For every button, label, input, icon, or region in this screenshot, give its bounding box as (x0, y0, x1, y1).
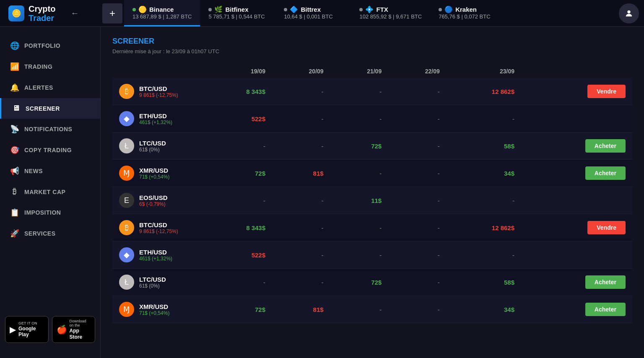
add-exchange-button[interactable]: + (102, 3, 122, 23)
value-cell-1: - (272, 241, 330, 269)
buy-button[interactable]: Acheter (585, 275, 626, 289)
sidebar-item-market-cap[interactable]: ₿ MARKET CAP (0, 182, 100, 202)
value-cell-4: 34$ (447, 160, 521, 187)
table-row: ₿ BTC/USD 9 861$ (-12,75%) 8 343$---12 8… (112, 214, 632, 241)
exchange-tab-header: 🌿 Bitfinex (208, 5, 267, 13)
sidebar-item-alertes[interactable]: 🔔 ALERTES (0, 77, 100, 98)
exchange-tab-kraken[interactable]: 🔵 Kraken 765,76 $ | 0,072 BTC (430, 0, 506, 26)
exchange-tab-ftx[interactable]: 💠 FTX 102 855,92 $ | 9,671 BTC (351, 0, 430, 26)
value-cell-4: - (447, 187, 521, 214)
exchange-tab-separator: | (393, 13, 396, 20)
google-play-text: GET IT ON Google Play (18, 321, 44, 338)
value-cell-2: - (330, 78, 389, 105)
value-cell-1: - (272, 132, 330, 160)
app-store-name: App Store (70, 328, 91, 340)
sidebar-item-copy-trading[interactable]: 🎯 COPY TRADING (0, 140, 100, 161)
sidebar-bottom: ▶ GET IT ON Google Play 🍎 Download on th… (0, 309, 100, 350)
logo-text: Crypto Trader (29, 4, 55, 23)
action-cell-4 (521, 187, 632, 214)
table-row: E EOS/USD 6$ (-0,79%) --11$-- (112, 187, 632, 214)
sell-button[interactable]: Vendre (587, 221, 626, 234)
google-play-button[interactable]: ▶ GET IT ON Google Play (5, 316, 49, 343)
sidebar: 🌐 PORTFOLIO 📶 TRADING 🔔 ALERTES 🖥 SCREEN… (0, 27, 101, 358)
asset-price-change: 71$ (+0,54%) (139, 310, 169, 316)
sidebar-item-services[interactable]: 🚀 SERVICES (0, 223, 100, 244)
app-store-button[interactable]: 🍎 Download on the App Store (52, 316, 96, 343)
sidebar-icon-market-cap: ₿ (10, 187, 19, 196)
asset-cell-2: Ł LTC/USD 61$ (0%) (112, 132, 205, 160)
profile-button[interactable] (619, 3, 639, 23)
back-button[interactable]: ← (66, 8, 83, 18)
asset-info: LTC/USD 61$ (0%) (139, 140, 166, 153)
sidebar-label-trading: TRADING (24, 63, 52, 70)
action-cell-7: Acheter (521, 269, 632, 296)
value-cell-3: - (388, 269, 447, 296)
action-cell-8: Acheter (521, 296, 632, 323)
exchange-tab-binance[interactable]: 🟡 Binance 13 687,89 $ | 1,287 BTC (124, 0, 200, 26)
asset-info: ETH/USD 461$ (+1,32%) (139, 249, 172, 262)
action-cell-6 (521, 241, 632, 269)
logo-crypto: Crypto (29, 4, 55, 13)
buy-button[interactable]: Acheter (585, 139, 626, 153)
asset-price-change: 9 861$ (-12,75%) (139, 92, 178, 98)
sidebar-item-imposition[interactable]: 📋 IMPOSITION (0, 202, 100, 223)
exchange-tab-icon: 🟡 (138, 5, 147, 13)
value-cell-0: - (205, 187, 272, 214)
sidebar-icon-screener: 🖥 (11, 104, 21, 113)
value-cell-0: 8 343$ (205, 78, 272, 105)
google-play-name: Google Play (18, 326, 44, 338)
exchange-tab-values: 5 785,71 $ | 0,544 BTC (208, 13, 267, 20)
asset-pair: XMR/USD (139, 303, 169, 310)
asset-cell-4: E EOS/USD 6$ (-0,79%) (112, 187, 205, 214)
sell-button[interactable]: Vendre (587, 85, 626, 98)
sidebar-label-imposition: IMPOSITION (24, 209, 61, 216)
sidebar-item-notifications[interactable]: 📡 NOTIFICATIONS (0, 119, 100, 140)
value-cell-3: - (388, 160, 447, 187)
coin-icon-xmr: Ɱ (119, 302, 134, 317)
exchange-tab-icon: 🌿 (214, 5, 223, 13)
exchange-tabs: 🟡 Binance 13 687,89 $ | 1,287 BTC 🌿 Bitf… (124, 0, 614, 26)
exchange-tab-value2: 9,671 BTC (396, 13, 422, 20)
action-cell-3: Acheter (521, 160, 632, 187)
logo-trader: Trader (29, 13, 55, 23)
exchange-status-dot (208, 8, 212, 11)
exchange-tab-values: 102 855,92 $ | 9,671 BTC (359, 13, 422, 20)
coin-icon-btc: ₿ (119, 220, 134, 235)
value-cell-2: 72$ (330, 132, 389, 160)
asset-cell-inner: E EOS/USD 6$ (-0,79%) (119, 193, 198, 208)
value-cell-1: - (272, 269, 330, 296)
sidebar-icon-alertes: 🔔 (10, 83, 19, 92)
value-cell-3: - (388, 187, 447, 214)
exchange-tab-bittrex[interactable]: 🔷 Bittrex 10,64 $ | 0,001 BTC (275, 0, 351, 26)
exchange-tab-bitfinex[interactable]: 🌿 Bitfinex 5 785,71 $ | 0,544 BTC (200, 0, 275, 26)
value-cell-4: - (447, 241, 521, 269)
value-cell-0: 72$ (205, 296, 272, 323)
value-cell-1: - (272, 78, 330, 105)
screener-table: 19/09 20/09 21/09 22/09 23/09 ₿ BTC/USD … (112, 65, 632, 323)
value-cell-0: 522$ (205, 241, 272, 269)
value-cell-2: - (330, 296, 389, 323)
asset-price-change: 9 861$ (-12,75%) (139, 228, 178, 234)
exchange-tab-values: 13 687,89 $ | 1,287 BTC (132, 13, 192, 20)
buy-button[interactable]: Acheter (585, 303, 626, 316)
asset-info: LTC/USD 61$ (0%) (139, 276, 166, 289)
sidebar-icon-copy-trading: 🎯 (10, 145, 19, 155)
action-cell-2: Acheter (521, 132, 632, 160)
logo-icon: 🪙 (8, 5, 24, 21)
sidebar-item-portfolio[interactable]: 🌐 PORTFOLIO (0, 35, 100, 56)
sidebar-item-screener[interactable]: 🖥 SCREENER (0, 98, 100, 119)
sidebar-item-news[interactable]: 📢 NEWS (0, 161, 100, 182)
value-cell-1: - (272, 105, 330, 132)
sidebar-label-news: NEWS (24, 168, 43, 174)
sidebar-item-trading[interactable]: 📶 TRADING (0, 56, 100, 77)
sidebar-label-services: SERVICES (24, 230, 56, 237)
asset-cell-inner: Ɱ XMR/USD 71$ (+0,54%) (119, 302, 198, 317)
value-cell-4: 34$ (447, 296, 521, 323)
coin-icon-ltc: Ł (119, 138, 134, 153)
asset-pair: ETH/USD (139, 112, 172, 119)
col-action (521, 65, 632, 78)
buy-button[interactable]: Acheter (585, 166, 626, 180)
sidebar-label-notifications: NOTIFICATIONS (24, 126, 72, 132)
coin-icon-xmr: Ɱ (119, 166, 134, 181)
asset-price-change: 61$ (0%) (139, 283, 166, 289)
